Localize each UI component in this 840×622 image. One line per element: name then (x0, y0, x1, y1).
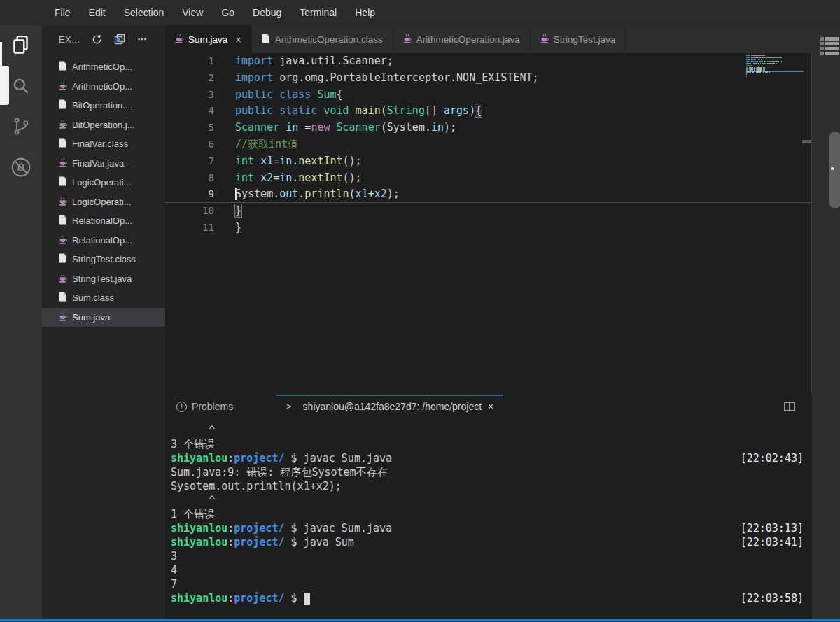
code-token: nextInt (298, 171, 342, 184)
editor-tab[interactable]: ArithmeticOperation.java (393, 25, 531, 53)
file-item[interactable]: FinalVar.java (42, 154, 165, 174)
minimap-line (746, 59, 804, 60)
outline-list-icon[interactable] (820, 36, 839, 59)
terminal-output[interactable]: ^3 个错误shiyanlou:project/ $ javac Sum.jav… (165, 419, 812, 619)
code-line[interactable]: 8int x2=in.nextInt(); (165, 170, 811, 187)
code-token: in (431, 121, 444, 134)
split-terminal-icon[interactable] (784, 394, 795, 419)
code-line[interactable]: 10} (165, 203, 811, 220)
code-line[interactable]: 5Scanner in =new Scanner(System.in); (165, 120, 811, 136)
minimap-seg (774, 63, 775, 64)
code-line[interactable]: 9System.out.println(x1+x2); (165, 186, 811, 203)
code-token: (); (343, 155, 362, 167)
minimap-line (746, 61, 804, 62)
tab-terminal[interactable]: >_ shiyanlou@a142fa8e27d7: /home/project… (276, 394, 503, 419)
terminal-line: ^ (171, 493, 812, 507)
terminal-close-icon[interactable]: × (488, 401, 493, 412)
menu-item-selection[interactable]: Selection (124, 7, 164, 18)
file-item[interactable]: ArithmeticOp... (42, 77, 165, 97)
source-control-icon[interactable] (0, 106, 42, 147)
code-line-content: System.out.println(x1+x2); (214, 186, 400, 202)
code-line[interactable]: 1import java.util.Scanner; (165, 53, 811, 70)
java-file-icon (59, 80, 67, 92)
menu-item-terminal[interactable]: Terminal (300, 7, 337, 18)
menu-item-view[interactable]: View (182, 7, 203, 18)
panel-drag-handle[interactable] (829, 132, 840, 208)
minimap-seg (756, 67, 757, 69)
file-item[interactable]: Sum.java (42, 308, 165, 327)
code-token: } (235, 204, 241, 217)
code-line[interactable]: 6//获取int值 (165, 136, 811, 153)
refresh-icon[interactable] (92, 34, 102, 45)
menu-item-help[interactable]: Help (355, 7, 375, 18)
class-file-icon (59, 215, 67, 227)
minimap-seg (776, 61, 779, 62)
file-item[interactable]: BitOperation.j... (42, 115, 165, 135)
code-token: . (292, 155, 298, 167)
tab-label: Sum.java (188, 34, 227, 45)
code-line-content: public static void main(String[] args){ (214, 103, 482, 120)
editor-tab[interactable]: ArithmeticOperation.class (252, 25, 393, 53)
file-item[interactable]: LogicOperati... (42, 173, 165, 192)
class-file-icon (59, 292, 67, 304)
menu-bar: FileEditSelectionViewGoDebugTerminalHelp (0, 0, 840, 25)
bottom-accent-bar (0, 619, 840, 622)
file-item[interactable]: Sum.class (42, 288, 165, 308)
file-item-label: StringTest.java (72, 274, 132, 284)
code-line-content: int x2=in.nextInt(); (214, 170, 362, 187)
code-line[interactable]: 3public class Sum{ (165, 87, 811, 104)
file-item[interactable]: StringTest.class (42, 250, 165, 269)
terminal-line: 1 个错误 (171, 507, 812, 521)
minimap-seg (746, 63, 751, 64)
tab-problems[interactable]: ! Problems (176, 394, 257, 419)
minimap[interactable] (746, 55, 804, 78)
menu-item-file[interactable]: File (55, 7, 71, 18)
line-number: 1 (165, 53, 214, 70)
file-item[interactable]: BitOperation.... (42, 96, 165, 115)
menu-item-edit[interactable]: Edit (89, 7, 106, 18)
code-token: in (286, 121, 298, 134)
file-item[interactable]: LogicOperati... (42, 192, 165, 212)
terminal-line: shiyanlou:project/ $ [22:03:58] (171, 591, 812, 605)
file-item[interactable]: RelationalOp... (42, 211, 165, 231)
minimap-seg (756, 69, 757, 71)
code-token: ); (387, 188, 400, 200)
code-token: (System. (381, 121, 431, 134)
minimap-seg (746, 65, 752, 66)
file-item[interactable]: ArithmeticOp... (42, 57, 165, 77)
tab-close-icon[interactable]: × (235, 34, 241, 45)
terminal-line: shiyanlou:project/ $ java Sum[22:03:41] (171, 535, 812, 549)
editor-tab[interactable]: StringTest.java (531, 25, 626, 53)
terminal-text: ^ (171, 424, 215, 437)
code-token: java.util.Scanner; (273, 55, 393, 67)
class-file-icon (59, 253, 67, 265)
prompt-dollar: $ (285, 592, 304, 605)
debug-disabled-icon[interactable] (0, 147, 42, 188)
menu-item-debug[interactable]: Debug (253, 7, 281, 18)
code-line[interactable]: 4public static void main(String[] args){ (165, 103, 811, 120)
code-line[interactable]: 2import org.omg.PortableInterceptor.NON_… (165, 70, 811, 87)
code-line[interactable]: 11} (165, 220, 811, 236)
menu-item-go[interactable]: Go (221, 7, 234, 18)
file-item[interactable]: RelationalOp... (42, 231, 165, 250)
editor-tab-bar: Sum.java×ArithmeticOperation.classArithm… (165, 25, 812, 53)
code-line[interactable]: 7int x1=in.nextInt(); (165, 153, 811, 170)
file-item[interactable]: FinalVar.class (42, 134, 165, 154)
tab-label: ArithmeticOperation.class (275, 34, 383, 45)
code-token: x2 (260, 171, 273, 184)
terminal-timestamp: [22:03:41] (741, 535, 804, 549)
collapse-folders-icon[interactable] (114, 34, 125, 45)
explorer-icon[interactable] (0, 25, 42, 66)
line-number: 10 (165, 203, 214, 220)
ide-window: FileEditSelectionViewGoDebugTerminalHelp… (0, 0, 840, 622)
code-token: import (235, 71, 273, 84)
minimap-line (746, 67, 804, 69)
code-token: x1 (260, 155, 273, 167)
more-actions-icon[interactable] (137, 34, 147, 44)
scrollbar-handle[interactable] (802, 140, 811, 143)
code-token: x2 (374, 188, 387, 200)
file-item[interactable]: StringTest.java (42, 269, 165, 289)
code-editor[interactable]: 1import java.util.Scanner;2import org.om… (165, 53, 812, 394)
editor-tab[interactable]: Sum.java× (165, 25, 252, 53)
minimap-seg (746, 73, 747, 75)
